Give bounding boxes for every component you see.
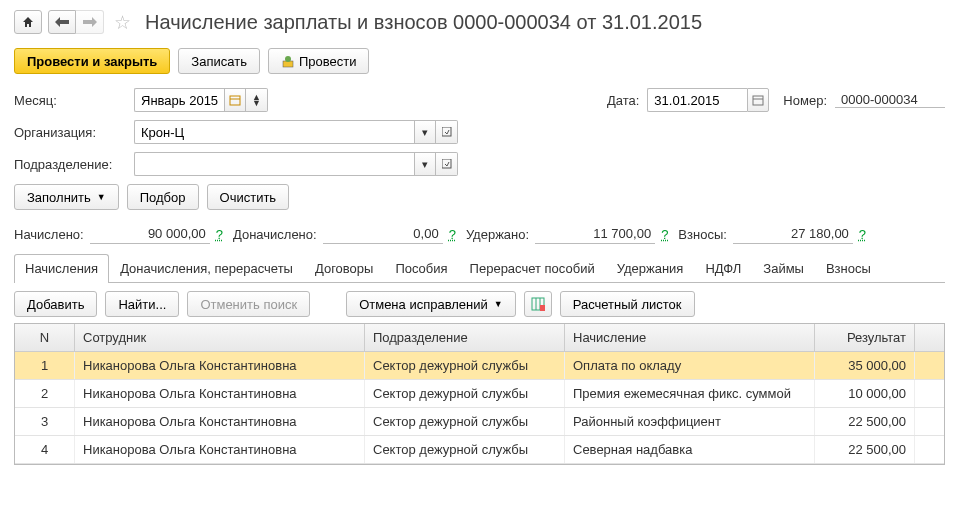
org-dropdown-button[interactable]: ▾ [414, 120, 436, 144]
grid: N Сотрудник Подразделение Начисление Рез… [14, 323, 945, 465]
cell-result: 22 500,00 [815, 436, 915, 463]
month-label: Месяц: [14, 93, 134, 108]
col-employee[interactable]: Сотрудник [75, 324, 365, 351]
post-button[interactable]: Провести [268, 48, 370, 74]
cell-employee: Никанорова Ольга Константиновна [75, 352, 365, 379]
cell-n: 1 [15, 352, 75, 379]
org-open-button[interactable] [436, 120, 458, 144]
caret-down-icon: ▼ [494, 299, 503, 309]
number-label: Номер: [783, 93, 827, 108]
cell-n: 3 [15, 408, 75, 435]
col-extra[interactable] [915, 324, 935, 351]
save-button[interactable]: Записать [178, 48, 260, 74]
open-icon [442, 159, 452, 169]
fill-button[interactable]: Заполнить▼ [14, 184, 119, 210]
table-row[interactable]: 4Никанорова Ольга КонстантиновнаСектор д… [15, 436, 944, 464]
cell-accrual: Районный коэффициент [565, 408, 815, 435]
back-button[interactable] [48, 10, 76, 34]
col-accrual[interactable]: Начисление [565, 324, 815, 351]
withheld-value: 11 700,00 [535, 224, 655, 244]
help-icon[interactable]: ? [216, 227, 223, 242]
post-close-button[interactable]: Провести и закрыть [14, 48, 170, 74]
column-settings-button[interactable] [524, 291, 552, 317]
table-row[interactable]: 2Никанорова Ольга КонстантиновнаСектор д… [15, 380, 944, 408]
cell-employee: Никанорова Ольга Константиновна [75, 408, 365, 435]
help-icon[interactable]: ? [661, 227, 668, 242]
caret-down-icon: ▼ [97, 192, 106, 202]
tab-0[interactable]: Начисления [14, 254, 109, 283]
month-stepper-button[interactable]: ▲▼ [246, 88, 268, 112]
arrow-right-icon [83, 17, 97, 27]
accrued-label: Начислено: [14, 227, 84, 242]
cancel-fix-button[interactable]: Отмена исправлений▼ [346, 291, 516, 317]
cell-department: Сектор дежурной службы [365, 380, 565, 407]
tab-7[interactable]: Займы [752, 254, 815, 283]
add-accrued-value: 0,00 [323, 224, 443, 244]
help-icon[interactable]: ? [859, 227, 866, 242]
open-icon [442, 127, 452, 137]
post-button-label: Провести [299, 54, 357, 69]
forward-button[interactable] [76, 10, 104, 34]
col-n[interactable]: N [15, 324, 75, 351]
calendar-icon [752, 94, 764, 106]
home-icon [21, 15, 35, 29]
cell-employee: Никанорова Ольга Константиновна [75, 380, 365, 407]
date-label: Дата: [607, 93, 639, 108]
col-department[interactable]: Подразделение [365, 324, 565, 351]
svg-rect-11 [540, 305, 545, 311]
cell-accrual: Оплата по окладу [565, 352, 815, 379]
col-result[interactable]: Результат [815, 324, 915, 351]
date-input[interactable] [647, 88, 747, 112]
contrib-value: 27 180,00 [733, 224, 853, 244]
table-row[interactable]: 1Никанорова Ольга КонстантиновнаСектор д… [15, 352, 944, 380]
number-field: 0000-000034 [835, 92, 945, 108]
tab-6[interactable]: НДФЛ [694, 254, 752, 283]
dept-label: Подразделение: [14, 157, 134, 172]
cell-result: 10 000,00 [815, 380, 915, 407]
tabs: НачисленияДоначисления, перерасчетыДогов… [14, 254, 945, 283]
dept-open-button[interactable] [436, 152, 458, 176]
help-icon[interactable]: ? [449, 227, 456, 242]
cell-accrual: Премия ежемесячная фикс. суммой [565, 380, 815, 407]
org-input[interactable] [134, 120, 414, 144]
cancel-search-button[interactable]: Отменить поиск [187, 291, 310, 317]
svg-rect-7 [442, 159, 451, 168]
cell-accrual: Северная надбавка [565, 436, 815, 463]
clear-button[interactable]: Очистить [207, 184, 290, 210]
dept-input[interactable] [134, 152, 414, 176]
tab-2[interactable]: Договоры [304, 254, 384, 283]
tab-8[interactable]: Взносы [815, 254, 882, 283]
dept-dropdown-button[interactable]: ▾ [414, 152, 436, 176]
find-button[interactable]: Найти... [105, 291, 179, 317]
add-button[interactable]: Добавить [14, 291, 97, 317]
payslip-button[interactable]: Расчетный листок [560, 291, 695, 317]
arrow-left-icon [55, 17, 69, 27]
contrib-label: Взносы: [678, 227, 727, 242]
tab-5[interactable]: Удержания [606, 254, 695, 283]
favorite-icon[interactable]: ☆ [114, 11, 131, 34]
table-row[interactable]: 3Никанорова Ольга КонстантиновнаСектор д… [15, 408, 944, 436]
cell-n: 2 [15, 380, 75, 407]
tab-3[interactable]: Пособия [384, 254, 458, 283]
columns-icon [531, 297, 545, 311]
home-button[interactable] [14, 10, 42, 34]
cell-result: 35 000,00 [815, 352, 915, 379]
add-accrued-label: Доначислено: [233, 227, 317, 242]
calendar-icon [229, 94, 241, 106]
cell-department: Сектор дежурной службы [365, 352, 565, 379]
page-title: Начисление зарплаты и взносов 0000-00003… [145, 11, 702, 34]
select-button[interactable]: Подбор [127, 184, 199, 210]
month-input[interactable] [134, 88, 224, 112]
date-picker-button[interactable] [747, 88, 769, 112]
svg-rect-6 [442, 127, 451, 136]
tab-4[interactable]: Перерасчет пособий [459, 254, 606, 283]
tab-1[interactable]: Доначисления, перерасчеты [109, 254, 304, 283]
cell-department: Сектор дежурной службы [365, 408, 565, 435]
cell-result: 22 500,00 [815, 408, 915, 435]
svg-rect-2 [230, 96, 240, 105]
cell-n: 4 [15, 436, 75, 463]
accrued-value: 90 000,00 [90, 224, 210, 244]
org-label: Организация: [14, 125, 134, 140]
month-picker-button[interactable] [224, 88, 246, 112]
post-icon [281, 54, 295, 68]
